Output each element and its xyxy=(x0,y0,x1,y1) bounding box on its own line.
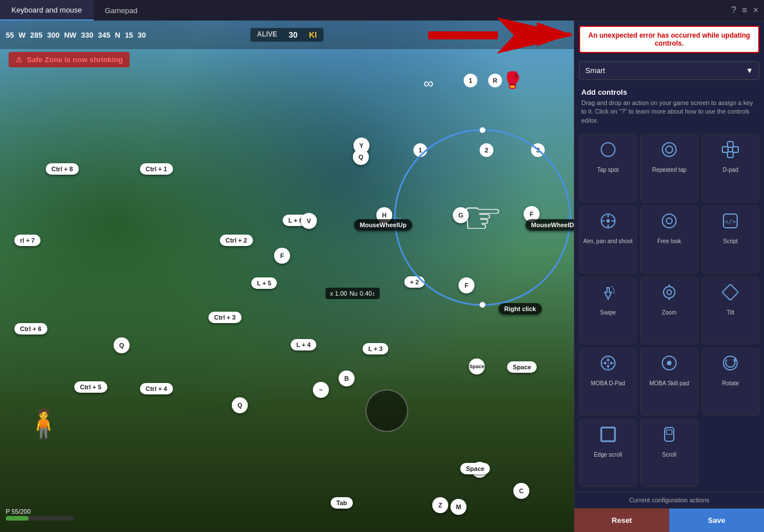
alive-bar: ALIVE 30 KI xyxy=(250,28,324,42)
right-click-label: Right click xyxy=(498,303,542,315)
game-area: 55 W 285 300 NW 330 345 N 15 30 ALIVE 30… xyxy=(0,21,574,532)
mouse-wheel-up-label: MouseWheelUp xyxy=(354,219,412,231)
control-rotate[interactable]: Rotate xyxy=(702,348,759,416)
key-badge-ctrl8[interactable]: Ctrl + 8 xyxy=(46,163,79,175)
control-grid: Tap spot Repeated tap D-pad xyxy=(574,130,764,491)
aim-pan-shoot-icon xyxy=(599,212,617,234)
d-pad-icon xyxy=(721,140,739,163)
key-badge-v[interactable]: V xyxy=(301,213,317,229)
control-free-look[interactable]: Free look xyxy=(640,205,698,273)
moba-skill-pad-icon xyxy=(660,354,678,376)
dropdown-value: Smart xyxy=(585,66,605,75)
svg-rect-25 xyxy=(722,284,738,300)
key-badge-ctrl7[interactable]: rl + 7 xyxy=(14,235,41,246)
control-moba-skill-pad[interactable]: MOBA Skill pad xyxy=(640,348,698,416)
key-badge-space3[interactable]: Space xyxy=(507,361,537,373)
control-moba-d-pad[interactable]: MOBA D-Pad xyxy=(579,348,637,416)
key-badge-ctrl6[interactable]: Ctrl + 6 xyxy=(14,323,47,334)
svg-point-22 xyxy=(667,290,671,295)
scroll-icon xyxy=(660,425,678,448)
svg-point-17 xyxy=(662,214,676,228)
x100-label: x 1.00 xyxy=(330,290,347,297)
menu-icon[interactable]: ≡ xyxy=(742,5,747,15)
rotate-icon xyxy=(721,354,739,376)
safe-zone-warning: ⚠ Safe Zone is now shrinking xyxy=(9,52,130,67)
control-edge-scroll[interactable]: Edge scroll xyxy=(579,419,637,487)
key-badge-ctrl1[interactable]: Ctrl + 1 xyxy=(140,163,173,175)
key-badge-q2[interactable]: Q xyxy=(232,397,248,413)
player-character: 🧍 xyxy=(26,408,61,441)
svg-rect-8 xyxy=(727,152,733,158)
close-icon[interactable]: × xyxy=(753,5,758,15)
scroll-label: Scroll xyxy=(662,451,676,458)
key-badge-space2[interactable]: Space xyxy=(460,463,490,474)
key-badge-f1[interactable]: F xyxy=(274,248,290,264)
key-badge-m[interactable]: M xyxy=(451,499,467,515)
svg-point-34 xyxy=(667,361,671,365)
control-tap-spot[interactable]: Tap spot xyxy=(579,134,637,202)
svg-point-16 xyxy=(606,219,610,223)
controls-editor-panel: Controls editor ? × An unexpected error … xyxy=(574,0,764,532)
key-badge-space[interactable]: Space xyxy=(469,358,485,374)
svg-rect-9 xyxy=(722,147,728,152)
moba-skill-pad-label: MOBA Skill pad xyxy=(649,380,689,387)
moba-d-pad-icon xyxy=(599,354,617,376)
multiplier-bar: x 1.00 Nu 0.40↕ xyxy=(325,288,380,299)
error-banner: An unexpected error has occurred while u… xyxy=(579,26,759,53)
control-zoom[interactable]: Zoom xyxy=(640,277,698,345)
control-repeated-tap[interactable]: Repeated tap xyxy=(640,134,698,202)
smart-dropdown[interactable]: Smart ▼ xyxy=(579,61,759,80)
key-badge-l4[interactable]: L + 4 xyxy=(291,339,316,350)
control-scroll[interactable]: Scroll xyxy=(640,419,698,487)
dropdown-arrow-icon: ▼ xyxy=(746,66,753,75)
zoom-icon xyxy=(660,283,678,305)
free-look-label: Free look xyxy=(657,237,681,245)
safe-zone-text: Safe Zone is now shrinking xyxy=(27,55,123,64)
key-badge-tilde[interactable]: ~ xyxy=(313,382,329,398)
infinite-icon: ∞ xyxy=(424,75,433,91)
aim-pan-shoot-label: Aim, pan and shoot xyxy=(584,237,633,245)
control-aim-pan-shoot[interactable]: Aim, pan and shoot xyxy=(579,205,637,273)
svg-rect-39 xyxy=(614,428,616,441)
svg-text:</>: </> xyxy=(725,218,736,225)
x040-label: 0.40↕ xyxy=(360,290,375,297)
key-badge-ctrl5[interactable]: Ctrl + 5 xyxy=(74,381,107,393)
svg-rect-7 xyxy=(727,142,733,147)
svg-rect-41 xyxy=(601,440,615,442)
key-badge-l5[interactable]: L + 5 xyxy=(251,277,277,289)
alive-value: 30 xyxy=(288,30,297,39)
compass: 55 W 285 300 NW 330 345 N 15 30 xyxy=(6,31,146,39)
add-controls-desc: Drag and drop an action on your game scr… xyxy=(581,99,757,125)
svg-rect-43 xyxy=(666,430,672,434)
control-script[interactable]: </> Script xyxy=(702,205,759,273)
repeated-tap-label: Repeated tap xyxy=(652,166,686,174)
svg-point-18 xyxy=(666,218,672,224)
key-badge-b[interactable]: B xyxy=(339,370,355,386)
tap-spot-label: Tap spot xyxy=(597,166,619,174)
tab-gamepad[interactable]: Gamepad xyxy=(94,0,149,21)
key-badge-c[interactable]: C xyxy=(513,483,529,499)
key-badge-l3[interactable]: L + 3 xyxy=(363,343,388,354)
reset-button[interactable]: Reset xyxy=(574,509,669,532)
joystick-circle[interactable]: ← → ☞ xyxy=(394,129,571,306)
free-look-icon xyxy=(660,212,678,234)
script-label: Script xyxy=(723,237,738,245)
key-badge-ctrl4[interactable]: Ctrl + 4 xyxy=(140,383,173,394)
key-badge-q3[interactable]: Q xyxy=(353,149,369,165)
tab-keyboard-mouse[interactable]: Keyboard and mouse xyxy=(0,0,94,21)
key-badge-ctrl2[interactable]: Ctrl + 2 xyxy=(220,235,253,246)
key-badge-z[interactable]: Z xyxy=(432,497,448,513)
tab-icons: ? ≡ × xyxy=(731,5,764,15)
svg-point-21 xyxy=(664,287,675,298)
help-icon[interactable]: ? xyxy=(731,5,736,15)
control-tilt[interactable]: Tilt xyxy=(702,277,759,345)
key-badge-q[interactable]: Q xyxy=(114,337,130,353)
key-badge-ctrl3[interactable]: Ctrl + 3 xyxy=(208,312,242,323)
control-swipe[interactable]: Swipe xyxy=(579,277,637,345)
svg-rect-10 xyxy=(733,147,738,152)
add-controls-section: Add controls Drag and drop an action on … xyxy=(574,83,764,130)
swipe-icon xyxy=(599,283,617,305)
key-badge-tab[interactable]: Tab xyxy=(331,497,353,509)
save-button[interactable]: Save xyxy=(669,509,764,532)
control-d-pad[interactable]: D-pad xyxy=(702,134,759,202)
